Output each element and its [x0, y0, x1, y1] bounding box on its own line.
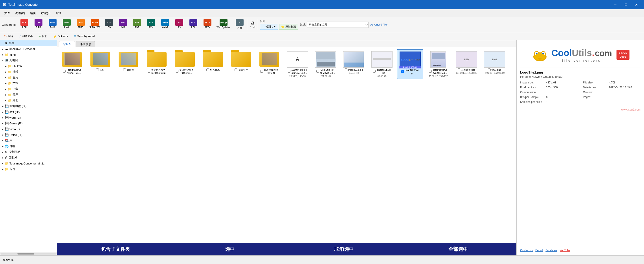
file-checkbox[interactable]	[63, 70, 66, 73]
file-item-tank[interactable]: 坦克大战	[200, 49, 226, 79]
file-item-bg[interactable]: PNG 背景.png 2.90 KB, 1920x1080	[482, 49, 508, 79]
format-bmp[interactable]: BMP BMP	[46, 18, 60, 31]
sidebar-item-deskfolder[interactable]: ▶ 📁 桌面	[0, 98, 57, 103]
file-item-xingqu[interactable]: 兴趣屋发表文章专用	[256, 49, 282, 79]
file-checkbox[interactable]	[96, 69, 99, 71]
file-checkbox[interactable]	[345, 69, 348, 71]
sidebar-item-video[interactable]: ▶ 📁 视频	[0, 69, 57, 75]
include-subfolders-button[interactable]: 包含子文件夹	[59, 244, 172, 254]
file-item-backup[interactable]: 备份	[87, 49, 114, 79]
file-item-qiji1[interactable]: 奇迹世界服务端报解决方案	[144, 49, 170, 79]
select-all-button[interactable]: 全部选中	[401, 244, 515, 254]
file-checkbox[interactable]	[234, 69, 237, 71]
file-checkbox[interactable]	[373, 70, 376, 73]
file-item-coolutils[interactable]: CoolUtils-Total-Movie-Co... 251.27 KB	[312, 49, 339, 79]
format-ico[interactable]: ICO ICO	[102, 18, 116, 31]
format-pptx[interactable]: PPTX PPTX	[201, 18, 214, 31]
file-checkbox[interactable]	[488, 69, 491, 71]
format-ps[interactable]: PS PS	[172, 18, 186, 31]
sidebar-item-c[interactable]: ▶ 💾 本地磁盘 (C:)	[0, 103, 57, 109]
menu-process[interactable]: 处理(P)	[13, 10, 28, 16]
rotate-button[interactable]: ↻ 旋转	[2, 33, 16, 39]
file-item-tmc[interactable]: Total Movie TotalMovieConverter150x... 1…	[425, 49, 452, 79]
format-webopt[interactable]: WebOpt Web Optimize	[215, 18, 232, 31]
scrollbar-thumb[interactable]	[18, 253, 34, 254]
sidebar-item-docs[interactable]: ▶ 📁 文档	[0, 80, 57, 86]
file-checkbox[interactable]	[288, 70, 290, 73]
sidebar-item-music[interactable]: ▶ 📁 音乐	[0, 92, 57, 98]
sidebar-item-desktop[interactable]: 🖥 桌面	[0, 40, 57, 46]
sidebar-item-3d[interactable]: ▶ 📁 3D 对象	[0, 63, 57, 69]
sidebar-item-onedrive[interactable]: ▶ ☁ OneDrive - Personal	[0, 46, 57, 52]
optimize-button[interactable]: ⚡ Optimize	[50, 34, 70, 39]
file-item-logosite2[interactable]: Cool Utils .com 4.60 KB, 437x68 LogoSite…	[397, 49, 423, 79]
format-webp[interactable]: WebP WebP	[158, 18, 172, 31]
file-item-qiji2[interactable]: 奇迹世界服务报解决方...	[172, 49, 198, 79]
deselect-button[interactable]: 取消选中	[287, 244, 401, 254]
sidebar-item-g[interactable]: ▶ 💾 Vidio (G:)	[0, 126, 57, 132]
file-checkbox[interactable]	[401, 70, 404, 73]
maximize-button[interactable]: □	[621, 0, 631, 9]
sidebar-item-pictures[interactable]: ▶ 📁 图片	[0, 75, 57, 80]
file-item-image018[interactable]: image018.jpg 137.81 KB	[340, 49, 367, 79]
format-gif[interactable]: GIF GIF	[116, 18, 130, 31]
file-checkbox[interactable]	[260, 70, 263, 73]
facebook-link[interactable]: Facebook	[546, 249, 557, 252]
sidebar-item-e[interactable]: ▶ 💾 word (E:)	[0, 115, 57, 120]
format-pxm[interactable]: PXM PXM	[144, 18, 158, 31]
email-button[interactable]: ✉ Send by e-mail	[71, 34, 97, 39]
email-link[interactable]: E-mail	[535, 249, 543, 252]
goto-button[interactable]: → 转到... ▼	[260, 24, 278, 30]
sidebar-item-thispc[interactable]: ▼ 💻 此电脑	[0, 58, 57, 63]
file-checkbox[interactable]	[429, 70, 432, 73]
file-checkbox[interactable]	[123, 69, 126, 71]
format-jpeg2000[interactable]: JPEG2K JPEG 2000	[88, 18, 102, 31]
sidebar-scrollbar[interactable]	[0, 252, 57, 255]
menu-bookmarks[interactable]: 收藏(F)	[38, 10, 53, 16]
filter-select[interactable]: 所有支持的文件	[307, 22, 368, 28]
file-item-psd[interactable]: PSD 三图背景.psd 191.00 KB, 1200x845	[453, 49, 480, 79]
sidebar-item-tic[interactable]: ▶ 📁 TotalImageConverter_v8.2..	[0, 160, 57, 166]
youtube-link[interactable]: YouTube	[560, 249, 570, 252]
file-checkbox[interactable]	[206, 69, 209, 71]
sidebar-item-downloads[interactable]: ▶ 📁 下载	[0, 86, 57, 92]
bookmark-button[interactable]: ⭐ 添加收藏	[279, 24, 298, 30]
format-other[interactable]: ··· 其他	[233, 18, 246, 31]
format-tga[interactable]: TGA TGA	[130, 18, 144, 31]
contact-us-link[interactable]: Contact us	[520, 249, 533, 252]
format-pcl[interactable]: PCL PCL	[186, 18, 200, 31]
sidebar-item-f[interactable]: ▶ 💾 Game (F:)	[0, 120, 57, 126]
file-item-totalic[interactable]: TotalImageConverter_v8....	[59, 49, 85, 79]
crop-button[interactable]: ✂ 剪切	[36, 33, 50, 39]
minimize-button[interactable]: ─	[610, 0, 620, 9]
menu-edit[interactable]: 编辑	[28, 10, 38, 16]
format-jpeg[interactable]: JPEG JPEG	[74, 18, 88, 31]
sidebar-item-backup[interactable]: ▶ 📁 备份	[0, 166, 57, 172]
menu-file[interactable]: 文件	[2, 10, 13, 16]
sidebar-item-controlpanel[interactable]: ▶ ⚙ 控制面板	[0, 149, 57, 155]
file-item-article[interactable]: 文章图片	[228, 49, 254, 79]
file-item-cad[interactable]: A 1650444794-TotalCADCon... 2.09 KB, 140…	[284, 49, 311, 79]
print-button[interactable]: 🖨 打印	[249, 19, 256, 30]
sidebar-item-network[interactable]: ▶ 🌐 网络	[0, 143, 57, 149]
sidebar-item-library[interactable]: ▶ 📚 库	[0, 138, 57, 143]
sidebar-item-ming[interactable]: ▶ 📁 ming	[0, 52, 57, 58]
file-checkbox[interactable]	[458, 69, 460, 71]
menu-help[interactable]: 帮助	[53, 10, 64, 16]
format-pdf[interactable]: PDF PDF	[18, 18, 31, 31]
resize-button[interactable]: ⤢ 调整大小	[16, 33, 35, 39]
close-button[interactable]: ✕	[631, 0, 641, 9]
tab-details[interactable]: 详细信息	[76, 41, 95, 47]
format-png[interactable]: PNG PNG	[60, 18, 74, 31]
sidebar-item-h[interactable]: ▶ 💾 Office (H:)	[0, 132, 57, 138]
file-item-lanzouyun[interactable]: lanzouyun-2.jpg 66.63 KB	[369, 49, 395, 79]
file-checkbox[interactable]	[176, 70, 178, 73]
format-tiff[interactable]: TIFF TIFF	[32, 18, 45, 31]
tab-thumbnails[interactable]: 缩略图	[59, 41, 75, 47]
sidebar-item-d[interactable]: ▶ 💾 soft (D:)	[0, 109, 57, 115]
sidebar-item-recycle[interactable]: ▶ 🗑 回收站	[0, 155, 57, 160]
file-checkbox[interactable]	[148, 70, 150, 73]
select-button[interactable]: 选中	[173, 244, 286, 254]
advanced-filter-link[interactable]: Advanced filter	[370, 22, 388, 27]
file-item-emoji[interactable]: 表情包	[115, 49, 142, 79]
